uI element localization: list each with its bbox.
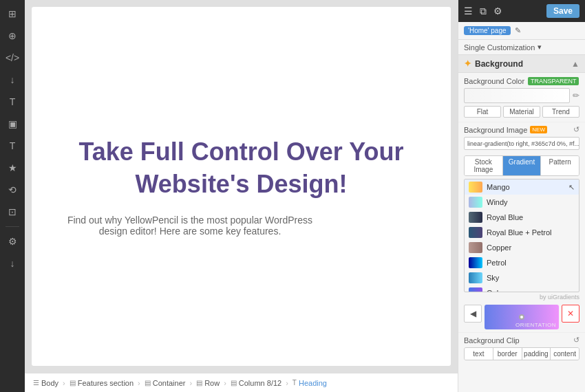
tool-grid[interactable]: ⊞ (3, 4, 22, 23)
petrol-swatch (469, 257, 482, 268)
clip-tab-text[interactable]: text (465, 348, 493, 360)
page-tag[interactable]: 'Home' page (464, 26, 511, 35)
clip-tab-border[interactable]: border (493, 348, 522, 360)
material-button[interactable]: Material (503, 106, 540, 118)
breadcrumb-heading[interactable]: T Heading (290, 378, 330, 389)
clip-header: Background Clip ↺ (464, 336, 579, 345)
transparent-badge: TRANSPARENT (528, 77, 579, 85)
gradient-windy-label: Windy (487, 198, 508, 206)
gradient-list: Mango ↖ Windy Royal Blue Royal Blue + Pe… (464, 179, 579, 292)
page-edit-icon[interactable]: ✎ (515, 26, 521, 35)
breadcrumb-features-label: Features section (78, 379, 134, 387)
gradient-royal-blue[interactable]: Royal Blue (465, 210, 579, 225)
bg-clip-label: Background Clip (464, 336, 520, 345)
column-icon: ▤ (231, 379, 237, 386)
trend-button[interactable]: Trend (542, 106, 579, 118)
breadcrumb-row[interactable]: ▤ Row (193, 378, 222, 389)
copper-swatch (469, 242, 482, 253)
breadcrumb-container-label: Container (153, 379, 186, 387)
section-header-left: ✦ Background (464, 58, 523, 69)
tool-arrow[interactable]: ↓ (3, 70, 22, 89)
bg-color-row: Background Color TRANSPARENT ✏ Flat Mate… (458, 73, 585, 122)
canvas-subtext: Find out why YellowPencil is the most po… (59, 215, 321, 237)
tool-more[interactable]: ↓ (3, 254, 22, 273)
orientation-label: ORIENTATION (515, 322, 556, 328)
tool-layers[interactable]: ⊡ (3, 202, 22, 221)
gradients-credit: by uiGradients (458, 292, 585, 302)
orient-prev-button[interactable]: ◀ (464, 305, 482, 323)
settings-icon[interactable]: ⚙ (493, 6, 502, 17)
duplicate-icon[interactable]: ⧉ (480, 6, 487, 17)
topbar-left: ☰ ⧉ ⚙ (464, 6, 502, 17)
clip-reset-icon[interactable]: ↺ (573, 336, 579, 345)
orientation-dot (519, 314, 524, 320)
tool-code[interactable]: </> (3, 48, 22, 67)
clip-tabs: text border padding content (464, 347, 579, 360)
dropdown-chevron-icon: ▾ (538, 43, 542, 52)
windy-swatch (469, 197, 482, 208)
flat-button[interactable]: Flat (464, 106, 501, 118)
tab-stock-image[interactable]: Stock Image (465, 156, 503, 175)
toolbar-separator (6, 226, 19, 227)
tab-gradient[interactable]: Gradient (503, 156, 542, 175)
breadcrumb-features[interactable]: ▤ Features section (67, 378, 136, 389)
breadcrumb-body[interactable]: ☰ Body (30, 378, 61, 389)
bg-image-label-row: Background Image NEW ↺ (464, 125, 579, 134)
gradient-sky[interactable]: Sky (465, 270, 579, 285)
container-icon: ▤ (145, 379, 151, 386)
single-customization[interactable]: Single Customization ▾ (458, 40, 585, 55)
breadcrumb-arrow-2: › (138, 379, 140, 387)
breadcrumb-arrow-4: › (224, 379, 226, 387)
tool-box[interactable]: ▣ (3, 114, 22, 133)
section-collapse-icon[interactable]: ▲ (571, 59, 579, 69)
tool-textbox[interactable]: T (3, 136, 22, 155)
cursor-mango-indicator: ↖ (568, 183, 575, 192)
mango-swatch (469, 182, 482, 193)
row-icon: ▤ (196, 379, 202, 386)
clip-tab-padding[interactable]: padding (522, 348, 551, 360)
tab-pattern[interactable]: Pattern (541, 156, 579, 175)
breadcrumb-row-label: Row (204, 379, 220, 387)
royal-blue-petrol-swatch (469, 227, 482, 238)
orientation-preview[interactable]: ORIENTATION (485, 305, 559, 329)
eyedropper-icon[interactable]: ✏ (573, 91, 579, 100)
gradient-mango[interactable]: Mango ↖ (465, 179, 579, 195)
gradient-sky-label: Sky (487, 274, 499, 282)
image-input-box[interactable]: linear-gradient(to right, #365c7d 0%, #f… (464, 137, 579, 150)
tool-settings[interactable]: ⚙ (3, 232, 22, 251)
bg-clip-section: Background Clip ↺ text border padding co… (458, 332, 585, 363)
breadcrumb-column[interactable]: ▤ Column 8/12 (228, 378, 284, 389)
gradient-copper[interactable]: Copper (465, 240, 579, 255)
breadcrumb-arrow-3: › (189, 379, 192, 387)
image-type-tabs: Stock Image Gradient Pattern (464, 155, 579, 176)
breadcrumb-arrow-5: › (286, 379, 288, 387)
gel-swatch (469, 287, 482, 292)
hamburger-icon[interactable]: ☰ (464, 6, 473, 17)
royal-blue-swatch (469, 212, 482, 223)
bg-image-row: Background Image NEW ↺ linear-gradient(t… (458, 122, 585, 153)
gradient-windy[interactable]: Windy (465, 195, 579, 210)
background-star-icon: ✦ (464, 58, 471, 69)
reset-icon[interactable]: ↺ (573, 125, 579, 134)
save-button[interactable]: Save (546, 4, 579, 18)
tool-undo[interactable]: ⟲ (3, 180, 22, 199)
sky-swatch (469, 272, 482, 283)
gradient-gel[interactable]: Gel (465, 285, 579, 292)
gradient-royal-blue-label: Royal Blue (487, 213, 523, 221)
canvas-text-area: Take Full Control Over Your Website's De… (32, 109, 451, 264)
gradient-royal-blue-petrol[interactable]: Royal Blue + Petrol (465, 225, 579, 240)
tool-star[interactable]: ★ (3, 158, 22, 177)
gradient-royal-blue-petrol-label: Royal Blue + Petrol (487, 228, 551, 237)
canvas-headline: Take Full Control Over Your Website's De… (59, 136, 423, 201)
canvas-area: Take Full Control Over Your Website's De… (25, 0, 458, 392)
clip-tab-content[interactable]: content (551, 348, 579, 360)
gradient-petrol[interactable]: Petrol (465, 255, 579, 270)
breadcrumb-container[interactable]: ▤ Container (142, 378, 189, 389)
image-value: linear-gradient(to right, #365c7d 0%, #f… (467, 140, 579, 147)
tool-type[interactable]: T (3, 92, 22, 111)
bg-color-label-row: Background Color TRANSPARENT (464, 77, 579, 85)
tool-search[interactable]: ⊕ (3, 26, 22, 45)
orient-delete-button[interactable]: ✕ (562, 305, 579, 323)
color-swatch-input[interactable] (464, 88, 570, 103)
single-customization-label: Single Customization (464, 43, 535, 52)
